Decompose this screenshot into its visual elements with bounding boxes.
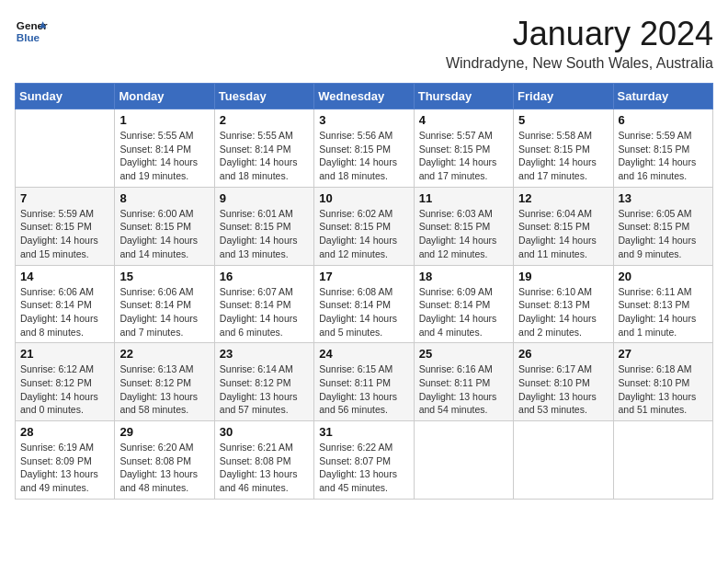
day-cell: 31Sunrise: 6:22 AM Sunset: 8:07 PM Dayli… bbox=[314, 421, 414, 500]
day-number: 19 bbox=[518, 270, 608, 283]
day-info: Sunrise: 5:55 AM Sunset: 8:14 PM Dayligh… bbox=[119, 129, 209, 183]
day-number: 2 bbox=[220, 113, 309, 127]
weekday-header-saturday: Saturday bbox=[613, 84, 712, 109]
day-info: Sunrise: 5:59 AM Sunset: 8:15 PM Dayligh… bbox=[20, 207, 109, 261]
day-info: Sunrise: 5:58 AM Sunset: 8:15 PM Dayligh… bbox=[518, 129, 608, 183]
weekday-header-wednesday: Wednesday bbox=[314, 84, 414, 109]
day-number: 18 bbox=[419, 270, 508, 283]
weekday-header-thursday: Thursday bbox=[414, 84, 513, 109]
day-number: 11 bbox=[419, 191, 508, 205]
day-number: 27 bbox=[619, 347, 708, 361]
week-row-2: 7Sunrise: 5:59 AM Sunset: 8:15 PM Daylig… bbox=[16, 187, 713, 265]
day-info: Sunrise: 6:09 AM Sunset: 8:14 PM Dayligh… bbox=[419, 285, 508, 339]
day-info: Sunrise: 6:06 AM Sunset: 8:14 PM Dayligh… bbox=[20, 285, 109, 339]
day-number: 7 bbox=[20, 191, 109, 205]
logo-icon: General Blue bbox=[15, 15, 48, 48]
day-cell: 19Sunrise: 6:10 AM Sunset: 8:13 PM Dayli… bbox=[514, 265, 613, 343]
week-row-1: 1Sunrise: 5:55 AM Sunset: 8:14 PM Daylig… bbox=[16, 109, 713, 188]
day-cell: 4Sunrise: 5:57 AM Sunset: 8:15 PM Daylig… bbox=[414, 109, 513, 188]
day-cell: 1Sunrise: 5:55 AM Sunset: 8:14 PM Daylig… bbox=[115, 109, 214, 188]
day-info: Sunrise: 6:04 AM Sunset: 8:15 PM Dayligh… bbox=[518, 207, 608, 261]
day-info: Sunrise: 6:14 AM Sunset: 8:12 PM Dayligh… bbox=[220, 362, 309, 417]
day-cell: 15Sunrise: 6:06 AM Sunset: 8:14 PM Dayli… bbox=[115, 265, 214, 343]
day-number: 29 bbox=[119, 425, 209, 439]
day-cell: 26Sunrise: 6:17 AM Sunset: 8:10 PM Dayli… bbox=[514, 343, 613, 421]
day-cell: 14Sunrise: 6:06 AM Sunset: 8:14 PM Dayli… bbox=[16, 265, 115, 343]
day-info: Sunrise: 6:21 AM Sunset: 8:08 PM Dayligh… bbox=[220, 441, 309, 495]
day-number: 9 bbox=[220, 191, 309, 205]
page-header: General Blue January 2024 Windradyne, Ne… bbox=[15, 15, 713, 72]
weekday-header-sunday: Sunday bbox=[16, 84, 115, 109]
day-cell: 24Sunrise: 6:15 AM Sunset: 8:11 PM Dayli… bbox=[314, 343, 414, 421]
day-info: Sunrise: 6:08 AM Sunset: 8:14 PM Dayligh… bbox=[319, 285, 408, 339]
day-number: 15 bbox=[119, 270, 209, 283]
week-row-4: 21Sunrise: 6:12 AM Sunset: 8:12 PM Dayli… bbox=[16, 343, 713, 421]
day-cell: 8Sunrise: 6:00 AM Sunset: 8:15 PM Daylig… bbox=[115, 187, 214, 265]
day-number: 20 bbox=[619, 270, 708, 283]
day-number: 6 bbox=[619, 113, 708, 127]
day-cell: 3Sunrise: 5:56 AM Sunset: 8:15 PM Daylig… bbox=[314, 109, 414, 188]
day-info: Sunrise: 5:55 AM Sunset: 8:14 PM Dayligh… bbox=[220, 129, 309, 183]
calendar-body: 1Sunrise: 5:55 AM Sunset: 8:14 PM Daylig… bbox=[16, 109, 713, 500]
svg-text:Blue: Blue bbox=[17, 31, 40, 43]
day-info: Sunrise: 5:57 AM Sunset: 8:15 PM Dayligh… bbox=[419, 129, 508, 183]
weekday-header-tuesday: Tuesday bbox=[214, 84, 313, 109]
day-info: Sunrise: 6:16 AM Sunset: 8:11 PM Dayligh… bbox=[419, 362, 508, 417]
title-block: January 2024 Windradyne, New South Wales… bbox=[446, 15, 713, 72]
day-cell: 12Sunrise: 6:04 AM Sunset: 8:15 PM Dayli… bbox=[514, 187, 613, 265]
day-number: 10 bbox=[319, 191, 408, 205]
day-number: 5 bbox=[518, 113, 608, 127]
day-info: Sunrise: 6:05 AM Sunset: 8:15 PM Dayligh… bbox=[619, 207, 708, 261]
day-cell: 6Sunrise: 5:59 AM Sunset: 8:15 PM Daylig… bbox=[613, 109, 712, 188]
day-info: Sunrise: 6:01 AM Sunset: 8:15 PM Dayligh… bbox=[220, 207, 309, 261]
day-cell: 20Sunrise: 6:11 AM Sunset: 8:13 PM Dayli… bbox=[613, 265, 712, 343]
day-cell bbox=[514, 421, 613, 500]
day-cell: 30Sunrise: 6:21 AM Sunset: 8:08 PM Dayli… bbox=[214, 421, 313, 500]
day-info: Sunrise: 6:12 AM Sunset: 8:12 PM Dayligh… bbox=[20, 362, 109, 417]
day-number: 25 bbox=[419, 347, 508, 361]
day-cell bbox=[613, 421, 712, 500]
day-cell bbox=[414, 421, 513, 500]
day-info: Sunrise: 6:03 AM Sunset: 8:15 PM Dayligh… bbox=[419, 207, 508, 261]
day-number: 21 bbox=[20, 347, 109, 361]
day-info: Sunrise: 6:17 AM Sunset: 8:10 PM Dayligh… bbox=[518, 362, 608, 417]
day-number: 28 bbox=[20, 425, 109, 439]
day-info: Sunrise: 6:22 AM Sunset: 8:07 PM Dayligh… bbox=[319, 441, 408, 495]
location-title: Windradyne, New South Wales, Australia bbox=[446, 55, 713, 72]
day-info: Sunrise: 6:15 AM Sunset: 8:11 PM Dayligh… bbox=[319, 362, 408, 417]
day-cell: 17Sunrise: 6:08 AM Sunset: 8:14 PM Dayli… bbox=[314, 265, 414, 343]
day-number: 16 bbox=[220, 270, 309, 283]
day-number: 13 bbox=[619, 191, 708, 205]
day-info: Sunrise: 6:11 AM Sunset: 8:13 PM Dayligh… bbox=[619, 285, 708, 339]
day-number: 8 bbox=[119, 191, 209, 205]
day-info: Sunrise: 6:02 AM Sunset: 8:15 PM Dayligh… bbox=[319, 207, 408, 261]
day-number: 31 bbox=[319, 425, 408, 439]
day-cell: 7Sunrise: 5:59 AM Sunset: 8:15 PM Daylig… bbox=[16, 187, 115, 265]
day-info: Sunrise: 6:18 AM Sunset: 8:10 PM Dayligh… bbox=[619, 362, 708, 417]
day-number: 23 bbox=[220, 347, 309, 361]
month-title: January 2024 bbox=[446, 15, 713, 53]
day-cell: 13Sunrise: 6:05 AM Sunset: 8:15 PM Dayli… bbox=[613, 187, 712, 265]
week-row-3: 14Sunrise: 6:06 AM Sunset: 8:14 PM Dayli… bbox=[16, 265, 713, 343]
day-info: Sunrise: 6:20 AM Sunset: 8:08 PM Dayligh… bbox=[119, 441, 209, 495]
week-row-5: 28Sunrise: 6:19 AM Sunset: 8:09 PM Dayli… bbox=[16, 421, 713, 500]
calendar-table: SundayMondayTuesdayWednesdayThursdayFrid… bbox=[15, 83, 713, 500]
day-cell: 22Sunrise: 6:13 AM Sunset: 8:12 PM Dayli… bbox=[115, 343, 214, 421]
day-cell: 5Sunrise: 5:58 AM Sunset: 8:15 PM Daylig… bbox=[514, 109, 613, 188]
day-number: 12 bbox=[518, 191, 608, 205]
day-cell: 29Sunrise: 6:20 AM Sunset: 8:08 PM Dayli… bbox=[115, 421, 214, 500]
day-info: Sunrise: 6:19 AM Sunset: 8:09 PM Dayligh… bbox=[20, 441, 109, 495]
day-cell: 10Sunrise: 6:02 AM Sunset: 8:15 PM Dayli… bbox=[314, 187, 414, 265]
day-info: Sunrise: 6:13 AM Sunset: 8:12 PM Dayligh… bbox=[119, 362, 209, 417]
day-cell: 18Sunrise: 6:09 AM Sunset: 8:14 PM Dayli… bbox=[414, 265, 513, 343]
day-number: 26 bbox=[518, 347, 608, 361]
day-cell bbox=[16, 109, 115, 188]
day-cell: 9Sunrise: 6:01 AM Sunset: 8:15 PM Daylig… bbox=[214, 187, 313, 265]
day-number: 22 bbox=[119, 347, 209, 361]
day-cell: 21Sunrise: 6:12 AM Sunset: 8:12 PM Dayli… bbox=[16, 343, 115, 421]
day-info: Sunrise: 6:10 AM Sunset: 8:13 PM Dayligh… bbox=[518, 285, 608, 339]
day-cell: 28Sunrise: 6:19 AM Sunset: 8:09 PM Dayli… bbox=[16, 421, 115, 500]
day-number: 17 bbox=[319, 270, 408, 283]
weekday-header-monday: Monday bbox=[115, 84, 214, 109]
day-number: 24 bbox=[319, 347, 408, 361]
